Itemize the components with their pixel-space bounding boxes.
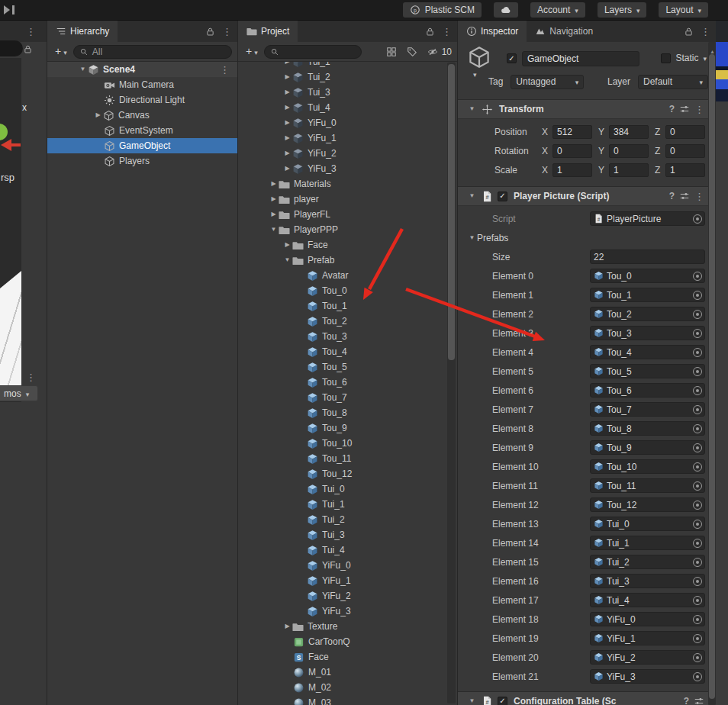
element-object-field[interactable]: YiFu_1 <box>590 631 705 645</box>
object-picker-icon[interactable] <box>693 272 702 281</box>
hierarchy-item-directional-light[interactable]: Directional Light <box>47 92 237 108</box>
lock-icon[interactable] <box>23 44 33 54</box>
project-prefab[interactable]: YiFu_1 <box>238 573 446 588</box>
kebab-menu-icon[interactable] <box>26 372 36 382</box>
element-object-field[interactable]: Tou_9 <box>590 440 705 455</box>
hierarchy-item-main-camera[interactable]: Main Camera <box>47 77 237 92</box>
element-object-field[interactable]: Tou_3 <box>590 326 705 340</box>
project-prefab[interactable]: Tou_4 <box>238 344 446 359</box>
element-object-field[interactable]: Tou_2 <box>590 307 705 321</box>
enabled-checkbox[interactable] <box>498 192 507 201</box>
hierarchy-item-players[interactable]: Players <box>47 153 237 169</box>
project-prefab[interactable]: Avatar <box>238 268 446 283</box>
hierarchy-item-canvas[interactable]: Canvas <box>47 108 237 123</box>
scale-x-field[interactable]: 1 <box>552 163 592 177</box>
object-picker-icon[interactable] <box>693 424 702 433</box>
foldout-arrow-icon[interactable] <box>467 698 477 704</box>
layout-dropdown[interactable]: Layout <box>659 2 708 18</box>
hierarchy-search-input[interactable]: All <box>73 45 232 59</box>
object-picker-icon[interactable] <box>693 539 702 548</box>
project-prefab[interactable]: Tou_9 <box>238 420 446 436</box>
project-prefab[interactable]: Tou_7 <box>238 390 446 405</box>
element-object-field[interactable]: Tou_7 <box>590 402 705 417</box>
scale-y-field[interactable]: 1 <box>609 163 649 177</box>
project-item[interactable]: Tui_3 <box>238 85 446 100</box>
tab-project[interactable]: Project <box>238 21 298 42</box>
tab-navigation[interactable]: Navigation <box>527 21 601 42</box>
plastic-scm-button[interactable]: Plastic SCM <box>403 2 482 18</box>
position-z-field[interactable]: 0 <box>665 125 705 139</box>
project-prefab[interactable]: Tui_4 <box>238 542 446 558</box>
position-y-field[interactable]: 384 <box>609 125 649 139</box>
element-object-field[interactable]: Tou_10 <box>590 459 705 474</box>
inspector-scrollbar[interactable] <box>708 42 716 705</box>
object-picker-icon[interactable] <box>693 481 702 491</box>
object-picker-icon[interactable] <box>693 577 702 586</box>
object-picker-icon[interactable] <box>693 558 702 567</box>
account-dropdown[interactable]: Account <box>530 2 585 18</box>
project-prefab[interactable]: Tou_5 <box>238 359 446 375</box>
expand-arrow-icon[interactable] <box>269 227 279 233</box>
object-picker-icon[interactable] <box>693 329 702 338</box>
kebab-menu-icon[interactable] <box>694 105 704 114</box>
project-prefab[interactable]: Tou_8 <box>238 405 446 420</box>
kebab-menu-icon[interactable] <box>701 27 710 37</box>
scene-dropdown-fragment[interactable] <box>0 40 23 56</box>
element-object-field[interactable]: Tou_4 <box>590 345 705 359</box>
expand-arrow-icon[interactable] <box>282 135 292 141</box>
project-folder[interactable]: PlayerPPP <box>238 222 446 237</box>
project-material[interactable]: M_01 <box>238 665 446 680</box>
add-asset-button[interactable] <box>243 46 260 57</box>
tab-hierarchy[interactable]: Hierarchy <box>47 21 118 42</box>
project-asset[interactable]: CarToonQ <box>238 634 446 649</box>
project-prefab[interactable]: Tui_1 <box>238 497 446 512</box>
element-object-field[interactable]: Tui_1 <box>590 536 705 550</box>
project-item[interactable]: Tui_2 <box>238 69 446 85</box>
lock-icon[interactable] <box>205 27 215 37</box>
static-dropdown-icon[interactable] <box>703 53 707 63</box>
object-picker-icon[interactable] <box>693 348 702 357</box>
element-object-field[interactable]: Tou_1 <box>590 288 705 302</box>
element-object-field[interactable]: Tui_3 <box>590 574 705 588</box>
gameobject-large-icon[interactable] <box>467 45 491 69</box>
expand-arrow-icon[interactable] <box>282 74 292 80</box>
element-object-field[interactable]: YiFu_0 <box>590 612 705 626</box>
expand-arrow-icon[interactable] <box>282 150 292 156</box>
object-picker-icon[interactable] <box>693 672 702 681</box>
hierarchy-item-scene4[interactable]: Scene4 <box>47 62 237 77</box>
script-object-field[interactable]: PlayerPicture <box>590 211 705 226</box>
project-scrollbar[interactable] <box>447 63 456 703</box>
rotation-x-field[interactable]: 0 <box>552 144 592 158</box>
project-material[interactable]: M_02 <box>238 680 446 695</box>
expand-arrow-icon[interactable] <box>282 623 292 629</box>
enabled-checkbox[interactable] <box>498 697 507 705</box>
project-folder[interactable]: Materials <box>238 176 446 192</box>
help-icon[interactable] <box>669 104 675 114</box>
project-material[interactable]: M_03 <box>238 695 446 705</box>
project-item[interactable]: YiFu_3 <box>238 161 446 176</box>
project-prefab[interactable]: Tui_3 <box>238 527 446 542</box>
layers-dropdown[interactable]: Layers <box>598 2 647 18</box>
scrollbar-thumb[interactable] <box>448 64 455 360</box>
player-picture-header[interactable]: Player Picture (Script) <box>458 186 708 206</box>
hierarchy-item-eventsystem[interactable]: EventSystem <box>47 123 237 138</box>
foldout-arrow-icon[interactable] <box>467 235 477 241</box>
prefabs-foldout[interactable]: Prefabs <box>458 228 708 247</box>
y-axis-gizmo-ball[interactable] <box>0 124 8 140</box>
project-item[interactable]: YiFu_2 <box>238 146 446 161</box>
gameobject-name-field[interactable]: GameObject <box>522 51 639 66</box>
element-object-field[interactable]: YiFu_3 <box>590 669 705 684</box>
project-prefab[interactable]: Tui_0 <box>238 481 446 497</box>
presets-icon[interactable] <box>694 696 704 705</box>
search-by-label-icon[interactable] <box>407 47 417 57</box>
lock-icon[interactable] <box>425 27 435 37</box>
element-object-field[interactable]: Tui_4 <box>590 593 705 607</box>
object-picker-icon[interactable] <box>693 462 702 472</box>
layer-dropdown[interactable]: Default <box>638 75 708 89</box>
expand-arrow-icon[interactable] <box>269 181 279 187</box>
hidden-packages-icon[interactable] <box>427 47 438 57</box>
expand-arrow-icon[interactable] <box>269 211 279 217</box>
project-folder[interactable]: Face <box>238 237 446 253</box>
help-icon[interactable] <box>669 191 675 201</box>
project-item[interactable]: Tui_4 <box>238 100 446 115</box>
